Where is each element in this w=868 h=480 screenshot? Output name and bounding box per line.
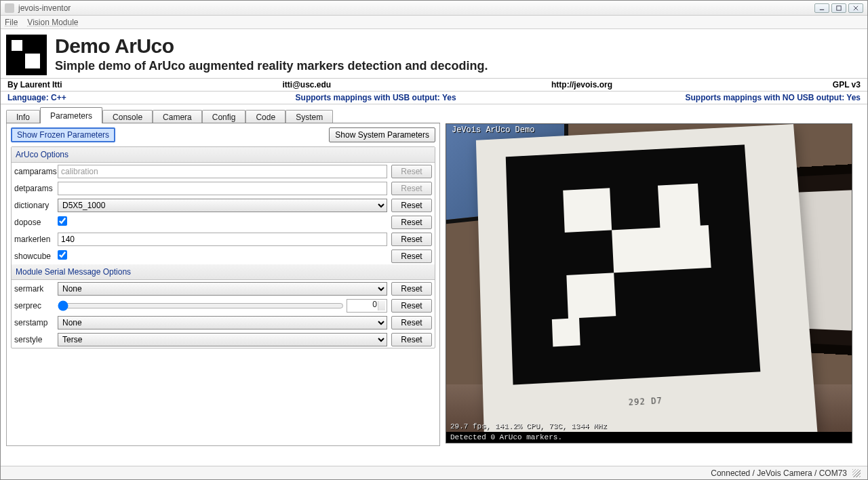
reset-serstyle-button[interactable]: Reset	[391, 333, 432, 346]
input-camparams[interactable]	[58, 165, 387, 178]
content-area: Info Parameters Console Camera Config Co…	[1, 104, 867, 452]
group-aruco-options: ArUco Options camparams Reset detparams …	[11, 146, 435, 348]
camera-overlay-detected: Detected 0 ArUco markers.	[450, 433, 562, 441]
reset-camparams-button[interactable]: Reset	[391, 165, 432, 178]
label-serprec: serprec	[13, 301, 55, 311]
show-frozen-parameters-button[interactable]: Show Frozen Parameters	[11, 127, 115, 142]
tab-camera[interactable]: Camera	[153, 110, 202, 123]
parameters-panel: Show Frozen Parameters Show System Param…	[6, 123, 440, 446]
tab-info[interactable]: Info	[6, 110, 40, 123]
menu-vision-module[interactable]: Vision Module	[27, 18, 78, 27]
input-detparams[interactable]	[58, 182, 387, 195]
menu-bar: File Vision Module	[1, 16, 867, 29]
menu-file[interactable]: File	[5, 18, 18, 27]
select-sermark[interactable]: None	[58, 282, 387, 296]
label-sermark: sermark	[13, 284, 55, 294]
close-button[interactable]	[848, 3, 863, 13]
tab-system[interactable]: System	[285, 110, 333, 123]
label-detparams: detparams	[13, 184, 55, 193]
module-logo-icon	[6, 35, 47, 75]
scene-marker-board: 292 D7	[476, 124, 818, 443]
info-bar-author: By Laurent Itti itti@usc.edu http://jevo…	[1, 78, 867, 91]
reset-serprec-button[interactable]: Reset	[391, 299, 432, 313]
usb-support-label: Supports mappings with USB output: Yes	[296, 93, 456, 102]
number-serprec[interactable]: 0	[347, 299, 387, 313]
label-dictionary: dictionary	[13, 201, 55, 210]
select-dictionary[interactable]: D5X5_1000	[58, 199, 387, 212]
tab-strip: Info Parameters Console Camera Config Co…	[6, 107, 440, 123]
email-label: itti@usc.edu	[282, 80, 331, 89]
module-title: Demo ArUco	[55, 35, 488, 58]
reset-showcube-button[interactable]: Reset	[391, 249, 432, 263]
app-icon	[5, 3, 14, 13]
select-serstamp[interactable]: None	[58, 316, 387, 329]
module-subtitle: Simple demo of ArUco augmented reality m…	[55, 59, 488, 73]
marker-board-label: 292 D7	[628, 396, 663, 407]
label-serstyle: serstyle	[13, 335, 55, 344]
label-markerlen: markerlen	[13, 235, 55, 244]
window-title: jevois-inventor	[18, 3, 71, 13]
left-panel: Info Parameters Console Camera Config Co…	[6, 107, 440, 446]
module-header: Demo ArUco Simple demo of ArUco augmente…	[1, 29, 867, 78]
reset-dictionary-button[interactable]: Reset	[391, 199, 432, 212]
label-serstamp: serstamp	[13, 318, 55, 327]
tab-config[interactable]: Config	[202, 110, 246, 123]
right-panel: 292 D7 JeVois ArUco Demo 29.7 fps, 141.2…	[446, 107, 852, 446]
reset-markerlen-button[interactable]: Reset	[391, 233, 432, 246]
reset-sermark-button[interactable]: Reset	[391, 282, 432, 296]
group-header-serial: Module Serial Message Options	[12, 264, 435, 280]
info-bar-lang: Language: C++ Supports mappings with USB…	[1, 91, 867, 104]
camera-view: 292 D7 JeVois ArUco Demo 29.7 fps, 141.2…	[446, 123, 852, 443]
show-system-parameters-button[interactable]: Show System Parameters	[329, 127, 435, 142]
svg-rect-1	[837, 5, 841, 9]
tab-parameters[interactable]: Parameters	[40, 107, 102, 123]
camera-overlay-stats: 29.7 fps, 141.2% CPU, 73C, 1344 MHz	[450, 422, 607, 431]
tab-console[interactable]: Console	[102, 110, 153, 123]
license-label: GPL v3	[833, 80, 861, 89]
label-showcube: showcube	[13, 252, 55, 261]
input-markerlen[interactable]	[58, 233, 387, 246]
reset-serstamp-button[interactable]: Reset	[391, 316, 432, 329]
resize-grip-icon[interactable]	[852, 469, 861, 477]
status-text: Connected / JeVois Camera / COM73	[711, 468, 847, 478]
maximize-button[interactable]	[831, 3, 846, 13]
label-dopose: dopose	[13, 218, 55, 227]
author-label: By Laurent Itti	[7, 80, 62, 89]
aruco-marker-icon	[506, 144, 761, 384]
group-header-aruco: ArUco Options	[12, 147, 435, 163]
url-label: http://jevois.org	[551, 80, 612, 89]
label-camparams: camparams	[13, 167, 55, 176]
minimize-button[interactable]	[814, 3, 829, 13]
nousb-support-label: Supports mappings with NO USB output: Ye…	[686, 93, 861, 102]
language-label: Language: C++	[7, 93, 66, 102]
status-bar: Connected / JeVois Camera / COM73	[1, 466, 867, 479]
checkbox-showcube[interactable]	[58, 250, 67, 260]
reset-dopose-button[interactable]: Reset	[391, 216, 432, 229]
window-titlebar: jevois-inventor	[1, 1, 867, 16]
slider-serprec[interactable]	[58, 300, 344, 311]
checkbox-dopose[interactable]	[58, 216, 67, 226]
tab-code[interactable]: Code	[245, 110, 285, 123]
camera-overlay-title: JeVois ArUco Demo	[452, 125, 534, 135]
select-serstyle[interactable]: Terse	[58, 333, 387, 346]
reset-detparams-button[interactable]: Reset	[391, 182, 432, 195]
